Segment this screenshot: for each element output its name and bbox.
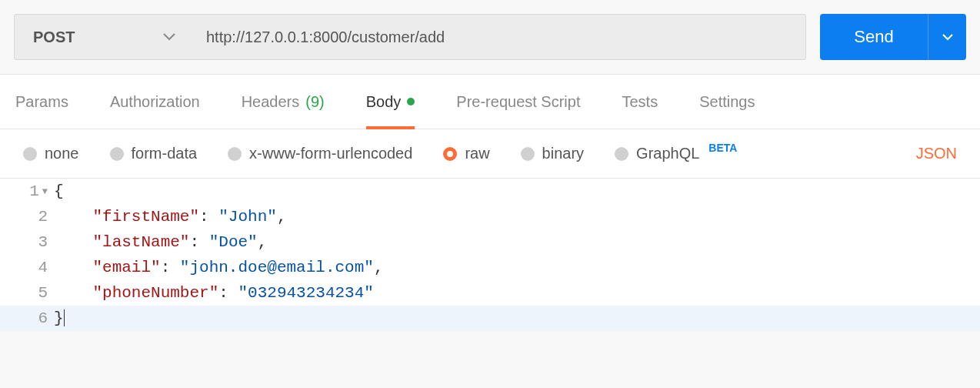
tab-headers[interactable]: Headers (9): [242, 75, 325, 129]
request-url-input[interactable]: [191, 14, 806, 60]
radio-icon: [23, 147, 37, 161]
radio-icon: [110, 147, 124, 161]
editor-code: }: [54, 309, 65, 327]
body-type-raw[interactable]: raw: [443, 145, 489, 162]
headers-count: (9): [305, 93, 324, 111]
radio-label: x-www-form-urlencoded: [249, 145, 412, 162]
body-type-urlencoded[interactable]: x-www-form-urlencoded: [228, 145, 412, 162]
tab-label: Pre-request Script: [456, 93, 580, 111]
line-number: 2: [38, 208, 48, 226]
tab-label: Authorization: [110, 93, 200, 111]
body-type-graphql[interactable]: GraphQL BETA: [615, 145, 737, 162]
tab-tests[interactable]: Tests: [622, 75, 658, 129]
radio-icon: [228, 147, 242, 161]
editor-code: "lastName": "Doe",: [54, 233, 267, 251]
send-button[interactable]: Send: [820, 14, 928, 60]
tab-settings[interactable]: Settings: [699, 75, 755, 129]
line-gutter: 5: [0, 284, 54, 302]
radio-icon: [443, 147, 457, 161]
tab-label: Tests: [622, 93, 658, 111]
request-bar: POST Send: [0, 0, 980, 74]
request-tabs: Params Authorization Headers (9) Body Pr…: [0, 74, 980, 129]
line-number: 5: [38, 284, 48, 302]
editor-line: 3 "lastName": "Doe",: [0, 229, 980, 255]
editor-code: "email": "john.doe@email.com",: [54, 259, 384, 276]
radio-icon: [521, 147, 535, 161]
editor-code: {: [54, 182, 64, 200]
tab-label: Body: [366, 93, 402, 111]
radio-label: none: [45, 145, 79, 162]
chevron-down-icon: [942, 34, 953, 41]
line-number: 3: [38, 233, 48, 251]
request-body-editor[interactable]: 1 ▼ { 2 "firstName": "John", 3 "lastName…: [0, 179, 980, 331]
editor-line: 1 ▼ {: [0, 179, 980, 204]
http-method-select[interactable]: POST: [14, 14, 191, 60]
editor-line: 5 "phoneNumber": "032943234234": [0, 280, 980, 306]
fold-icon[interactable]: ▼: [42, 186, 48, 197]
line-gutter: 4: [0, 259, 54, 276]
editor-code: "phoneNumber": "032943234234": [54, 284, 374, 302]
radio-label: GraphQL: [636, 145, 699, 162]
editor-code: "firstName": "John",: [54, 208, 287, 226]
tab-label: Params: [15, 93, 68, 111]
tab-authorization[interactable]: Authorization: [110, 75, 200, 129]
text-cursor-icon: [64, 309, 65, 326]
body-type-none[interactable]: none: [23, 145, 79, 162]
body-type-row: none form-data x-www-form-urlencoded raw…: [0, 129, 980, 179]
editor-line: 4 "email": "john.doe@email.com",: [0, 255, 980, 280]
radio-icon: [615, 147, 628, 161]
editor-line: 6 }: [0, 306, 980, 331]
radio-label: raw: [465, 145, 489, 162]
tab-prerequest-script[interactable]: Pre-request Script: [456, 75, 580, 129]
line-gutter: 6: [0, 309, 54, 327]
tab-label: Headers: [242, 93, 300, 111]
line-number: 6: [38, 309, 48, 327]
line-number: 1: [29, 182, 39, 200]
body-type-form-data[interactable]: form-data: [110, 145, 198, 162]
body-language-select[interactable]: JSON: [916, 145, 957, 162]
tab-label: Settings: [699, 93, 755, 111]
tab-body[interactable]: Body: [366, 75, 415, 129]
line-gutter: 3: [0, 233, 54, 251]
beta-badge: BETA: [708, 142, 737, 154]
radio-label: binary: [542, 145, 584, 162]
line-gutter: 2: [0, 208, 54, 226]
chevron-down-icon: [163, 33, 175, 41]
send-button-group: Send: [820, 14, 966, 60]
body-type-binary[interactable]: binary: [521, 145, 584, 162]
line-gutter: 1 ▼: [0, 182, 54, 200]
line-number: 4: [38, 259, 48, 276]
http-method-label: POST: [33, 28, 75, 46]
editor-line: 2 "firstName": "John",: [0, 204, 980, 229]
send-dropdown-button[interactable]: [928, 14, 966, 60]
radio-label: form-data: [132, 145, 198, 162]
body-indicator-icon: [407, 98, 415, 105]
tab-params[interactable]: Params: [15, 75, 68, 129]
body-language-label: JSON: [916, 145, 957, 162]
